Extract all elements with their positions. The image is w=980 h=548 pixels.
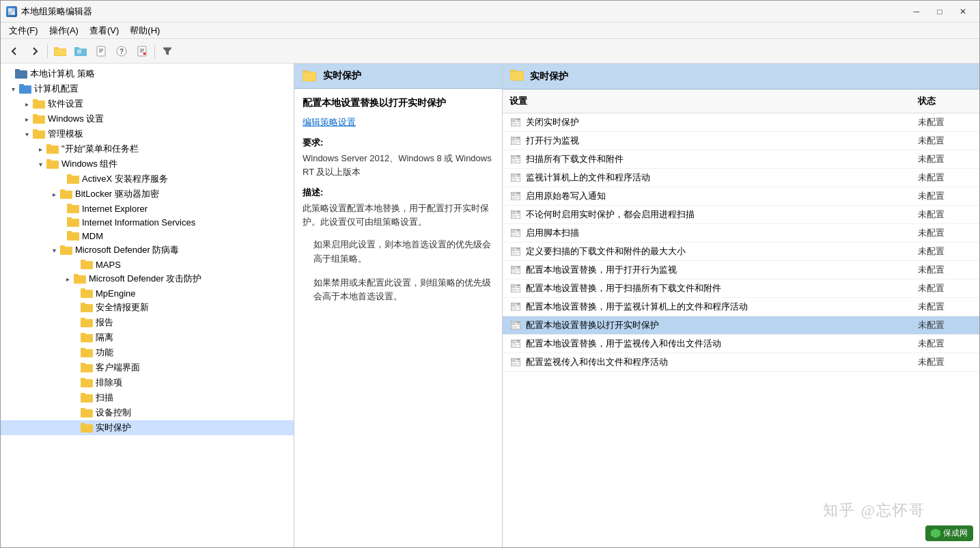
tree-label-win-settings: Windows 设置 <box>48 113 294 125</box>
svg-rect-39 <box>67 231 72 234</box>
menu-help[interactable]: 帮助(H) <box>124 23 165 38</box>
svg-rect-53 <box>81 333 85 335</box>
tree-item-start[interactable]: ▸ "开始"菜单和任务栏 <box>1 141 294 156</box>
tree-item-attack[interactable]: ▸ Microsoft Defender 攻击防护 <box>1 271 294 286</box>
setting-row[interactable]: 配置监视传入和传出文件和程序活动未配置 <box>503 353 979 372</box>
tree-item-mpengine[interactable]: MpEngine <box>1 286 294 300</box>
computer-config-expand[interactable]: ▾ <box>8 85 18 93</box>
svg-rect-25 <box>33 129 38 132</box>
maps-icon <box>80 259 94 270</box>
badge-shield-icon <box>931 529 940 538</box>
policy-icon <box>509 118 522 127</box>
tree-item-wincomp[interactable]: ▾ Windows 组件 <box>1 156 294 172</box>
setting-row[interactable]: 启用原始卷写入通知未配置 <box>503 187 979 206</box>
tree-item-mdm[interactable]: MDM <box>1 229 294 243</box>
svg-rect-93 <box>516 176 520 177</box>
tree-item-quarantine[interactable]: 隔离 <box>1 330 294 345</box>
setting-row[interactable]: 配置本地设置替换，用于监视计算机上的文件和程序活动未配置 <box>503 298 979 316</box>
tree-item-bitlocker[interactable]: ▸ BitLocker 驱动器加密 <box>1 187 294 202</box>
desc-text3: 如果禁用或未配置此设置，则组策略的优先级会高于本地首选设置。 <box>313 276 494 305</box>
tree-item-defender[interactable]: ▾ Microsoft Defender 防病毒 <box>1 243 294 258</box>
setting-status: 未配置 <box>918 245 972 258</box>
tree-item-exclusions[interactable]: 排除项 <box>1 375 294 390</box>
tree-item-ie[interactable]: Internet Explorer <box>1 202 294 215</box>
setting-name: 关闭实时保护 <box>526 116 918 128</box>
maximize-button[interactable]: □ <box>929 5 951 18</box>
settings-header-title: 实时保护 <box>530 70 568 83</box>
svg-rect-121 <box>512 266 516 270</box>
tree-item-client-ui[interactable]: 客户端界面 <box>1 360 294 375</box>
forward-button[interactable] <box>25 42 44 60</box>
middle-panel: 实时保护 配置本地设置替换以打开实时保护 编辑策略设置 要求: Windows … <box>294 64 503 547</box>
defender-expand[interactable]: ▾ <box>48 247 59 254</box>
svg-rect-124 <box>512 271 520 271</box>
svg-text:?: ? <box>120 48 124 55</box>
setting-row[interactable]: 定义要扫描的下载文件和附件的最大大小未配置 <box>503 243 979 261</box>
setting-row[interactable]: 关闭实时保护未配置 <box>503 113 979 132</box>
svg-rect-122 <box>516 266 520 268</box>
tree-item-secuintel[interactable]: 安全情报更新 <box>1 300 294 315</box>
open-button[interactable] <box>71 42 90 60</box>
tree-item-scan[interactable]: 扫描 <box>1 390 294 405</box>
export-button[interactable] <box>132 42 152 60</box>
menu-action[interactable]: 操作(A) <box>44 23 84 38</box>
filter-button[interactable] <box>158 42 177 60</box>
start-expand[interactable]: ▸ <box>35 146 46 153</box>
tree-item-activex[interactable]: ActiveX 安装程序服务 <box>1 172 294 187</box>
attack-expand[interactable]: ▸ <box>62 275 73 283</box>
folder-button[interactable] <box>51 42 70 60</box>
menu-file[interactable]: 文件(F) <box>3 23 44 38</box>
menu-view[interactable]: 查看(V) <box>84 23 124 38</box>
setting-status: 未配置 <box>918 135 972 147</box>
setting-row[interactable]: 配置本地设置替换，用于打开行为监视未配置 <box>503 261 979 279</box>
tree-item-windows-settings[interactable]: ▸ Windows 设置 <box>1 111 294 126</box>
svg-rect-116 <box>516 248 520 249</box>
tree-item-report[interactable]: 报告 <box>1 315 294 330</box>
setting-row[interactable]: 启用脚本扫描未配置 <box>503 224 979 243</box>
tree-item-admin[interactable]: ▾ 管理模板 <box>1 126 294 141</box>
bitlocker-expand[interactable]: ▸ <box>48 191 59 198</box>
win-settings-icon <box>32 113 46 124</box>
tree-item-realtime[interactable]: 实时保护 <box>1 420 294 435</box>
setting-row[interactable]: 配置本地设置替换，用于扫描所有下载文件和附件未配置 <box>503 279 979 298</box>
minimize-button[interactable]: ─ <box>906 5 927 18</box>
setting-row[interactable]: 配置本地设置替换以打开实时保护未配置 <box>503 316 979 335</box>
computer-config-icon <box>18 83 32 94</box>
tree-item-device[interactable]: 设备控制 <box>1 405 294 420</box>
setting-row[interactable]: 不论何时启用实时保护，都会启用进程扫描未配置 <box>503 206 979 224</box>
software-expand[interactable]: ▸ <box>21 100 32 108</box>
svg-rect-133 <box>512 303 516 307</box>
policy-link[interactable]: 编辑策略设置 <box>303 117 356 127</box>
setting-row[interactable]: 打开行为监视未配置 <box>503 132 979 150</box>
tree-label-start: "开始"菜单和任务栏 <box>61 143 294 155</box>
req-label: 要求: <box>303 137 494 149</box>
win-settings-expand[interactable]: ▸ <box>21 115 32 123</box>
svg-rect-49 <box>81 303 85 305</box>
tree-root-label: 本地计算机 策略 <box>30 68 294 80</box>
tree-root[interactable]: 本地计算机 策略 <box>1 66 294 81</box>
svg-rect-0 <box>8 8 12 12</box>
middle-panel-title: 配置本地设置替换以打开实时保护 <box>303 97 494 109</box>
svg-rect-128 <box>516 285 520 286</box>
svg-rect-8 <box>74 47 79 50</box>
setting-row[interactable]: 扫描所有下载文件和附件未配置 <box>503 150 979 169</box>
tree-item-function[interactable]: 功能 <box>1 345 294 360</box>
help-button[interactable]: ? <box>112 42 131 60</box>
tree-label-computer-config: 计算机配置 <box>34 83 294 95</box>
new-button[interactable] <box>92 42 111 60</box>
close-button[interactable]: ✕ <box>952 5 974 18</box>
back-button[interactable] <box>5 42 24 60</box>
admin-expand[interactable]: ▾ <box>21 131 32 138</box>
tree-item-computer-config[interactable]: ▾ 计算机配置 <box>1 81 294 96</box>
svg-rect-155 <box>512 364 517 365</box>
policy-icon <box>509 210 522 219</box>
tree-item-iis[interactable]: Internet Information Services <box>1 215 294 229</box>
setting-row[interactable]: 监视计算机上的文件和程序活动未配置 <box>503 169 979 187</box>
wincomp-expand[interactable]: ▾ <box>35 161 46 168</box>
svg-rect-145 <box>512 340 516 344</box>
tree-item-maps[interactable]: MAPS <box>1 258 294 271</box>
tree-item-software[interactable]: ▸ 软件设置 <box>1 96 294 111</box>
setting-status: 未配置 <box>918 208 972 221</box>
setting-row[interactable]: 配置本地设置替换，用于监视传入和传出文件活动未配置 <box>503 335 979 353</box>
setting-status: 未配置 <box>918 172 972 184</box>
